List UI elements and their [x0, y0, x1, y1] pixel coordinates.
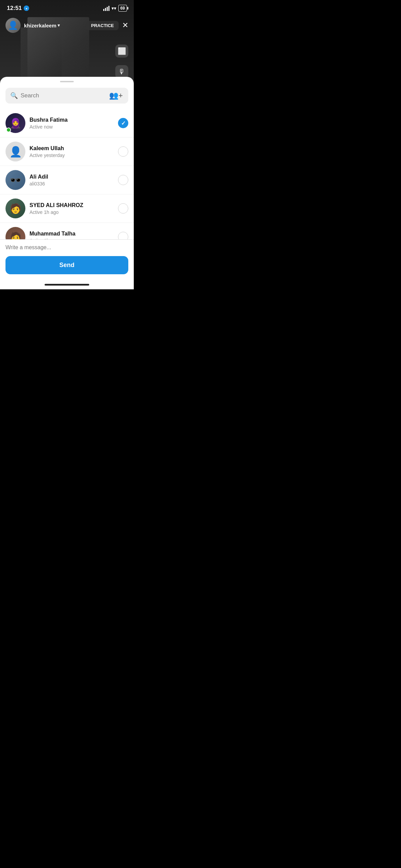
list-item[interactable]: 🧑Muhammad TalhaActive 1h ago — [0, 223, 134, 239]
message-input[interactable] — [5, 244, 128, 251]
active-dot — [6, 128, 11, 132]
wifi-icon: ▾▾ — [111, 5, 116, 11]
contact-select-checkbox[interactable] — [118, 175, 128, 185]
contact-name: SYED ALI SHAHROZ — [30, 202, 114, 208]
story-actions[interactable]: PRACTICE ✕ — [86, 21, 128, 30]
contact-status: ali0336 — [30, 181, 114, 186]
add-people-button[interactable]: 👥+ — [108, 91, 123, 100]
battery-indicator: 69 — [118, 5, 127, 12]
contact-info: Ali Adilali0336 — [30, 174, 114, 186]
home-indicator — [0, 280, 134, 289]
microphone-icon[interactable]: 🎙 — [115, 65, 128, 78]
status-bar: 12:51 ▾▾ 69 — [0, 0, 134, 14]
signal-bars — [103, 6, 109, 11]
avatar: 🕶️ — [5, 170, 25, 190]
contact-avatar-wrap: 🧑 — [5, 227, 25, 239]
contact-select-checkbox[interactable] — [118, 146, 128, 157]
list-item[interactable]: 🧑SYED ALI SHAHROZActive 1h ago — [0, 194, 134, 223]
chevron-down-icon: ▾ — [58, 23, 60, 28]
story-avatar — [5, 18, 21, 33]
list-item[interactable]: 👤Kaleem UllahActive yesterday — [0, 137, 134, 166]
contact-select-checkbox[interactable] — [118, 118, 128, 128]
contact-avatar-wrap: 🧑 — [5, 198, 25, 218]
avatar: 👤 — [5, 142, 25, 161]
close-button[interactable]: ✕ — [122, 21, 128, 30]
contact-select-checkbox[interactable] — [118, 232, 128, 239]
add-people-icon: 👥+ — [109, 91, 123, 100]
contact-info: Kaleem UllahActive yesterday — [30, 145, 114, 158]
sheet-handle — [60, 81, 74, 82]
practice-button[interactable]: PRACTICE — [86, 21, 119, 30]
contact-list: 🧕Bushra FatimaActive now👤Kaleem UllahAct… — [0, 109, 134, 239]
search-icon: 🔍 — [10, 92, 18, 99]
avatar: 🧑 — [5, 198, 25, 218]
contact-info: Bushra FatimaActive now — [30, 117, 114, 130]
status-time: 12:51 — [7, 5, 29, 12]
avatar: 🧑 — [5, 227, 25, 239]
contact-avatar-wrap: 🕶️ — [5, 170, 25, 190]
contact-name: Muhammad Talha — [30, 231, 114, 237]
contact-avatar-wrap: 👤 — [5, 142, 25, 161]
contact-avatar-wrap: 🧕 — [5, 113, 25, 133]
contact-info: Muhammad TalhaActive 1h ago — [30, 231, 114, 240]
contact-info: SYED ALI SHAHROZActive 1h ago — [30, 202, 114, 215]
story-user-info: khizerkaleem ▾ — [5, 18, 60, 33]
story-username: khizerkaleem ▾ — [24, 23, 60, 28]
contact-select-checkbox[interactable] — [118, 203, 128, 214]
contact-status: Active 1h ago — [30, 209, 114, 215]
contact-name: Ali Adil — [30, 174, 114, 180]
home-bar — [45, 284, 89, 286]
send-button[interactable]: Send — [5, 256, 128, 274]
gallery-icon[interactable]: ⬜ — [115, 45, 128, 58]
list-item[interactable]: 🧕Bushra FatimaActive now — [0, 109, 134, 137]
contact-status: Active now — [30, 124, 114, 130]
status-right: ▾▾ 69 — [103, 5, 127, 12]
time-display: 12:51 — [7, 5, 22, 12]
search-bar[interactable]: 🔍 👥+ — [5, 88, 128, 104]
search-input[interactable] — [21, 92, 108, 99]
contact-name: Bushra Fatima — [30, 117, 114, 123]
contact-name: Kaleem Ullah — [30, 145, 114, 152]
share-sheet: 🔍 👥+ 🧕Bushra FatimaActive now👤Kaleem Ull… — [0, 77, 134, 289]
message-area[interactable] — [0, 239, 134, 255]
list-item[interactable]: 🕶️Ali Adilali0336 — [0, 166, 134, 194]
story-header: khizerkaleem ▾ PRACTICE ✕ — [0, 14, 134, 36]
location-icon — [24, 5, 29, 11]
contact-status: Active yesterday — [30, 153, 114, 158]
